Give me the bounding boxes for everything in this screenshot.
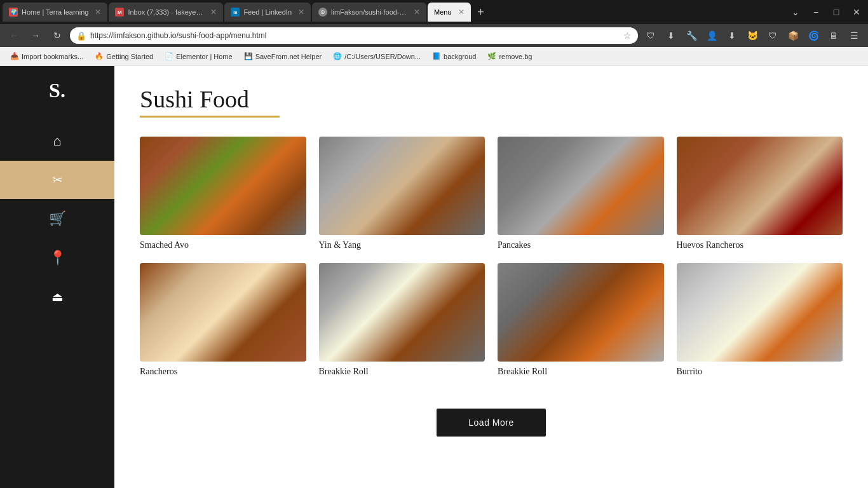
load-more-button[interactable]: Load More: [437, 409, 545, 437]
minimize-button[interactable]: −: [807, 3, 825, 21]
security-icon: 🔒: [76, 31, 86, 41]
bookmarks-bar: 📥 Import bookmarks... 🔥 Getting Started …: [0, 47, 868, 66]
bookmark-getting-started[interactable]: 🔥 Getting Started: [90, 49, 158, 64]
food-name-8: Burrito: [677, 367, 843, 377]
sidebar-logo: S.: [49, 79, 65, 102]
menu-icon: ✂: [52, 172, 63, 187]
bookmark-removebg-icon: 🌿: [487, 52, 496, 60]
food-image-5: [140, 263, 306, 362]
bookmark-background[interactable]: 📘 backgroud: [427, 49, 481, 64]
sidebar: S. ⌂ ✂ 🛒 📍 ⏏: [0, 66, 114, 488]
food-image-6: [319, 263, 485, 362]
bookmark-fire-icon: 🔥: [95, 52, 104, 60]
bookmark-downloads-icon: 🌐: [333, 52, 342, 60]
food-item-4[interactable]: Huevos Rancheros: [677, 137, 843, 250]
tab-close-home[interactable]: ✕: [95, 8, 101, 17]
addon5-button[interactable]: 🌀: [804, 27, 822, 44]
download-button[interactable]: ⬇: [662, 27, 680, 44]
food-item-3[interactable]: Pancakes: [498, 137, 664, 250]
addon6-button[interactable]: 🖥: [825, 27, 843, 44]
food-image-8: [677, 263, 843, 362]
food-item-1[interactable]: Smached Avo: [140, 137, 306, 250]
refresh-button[interactable]: ↻: [48, 27, 66, 44]
food-item-7[interactable]: Breakkie Roll: [498, 263, 664, 377]
title-underline: [140, 116, 280, 118]
food-item-8[interactable]: Burrito: [677, 263, 843, 377]
food-image-1: [140, 137, 306, 235]
tab-linkedin[interactable]: in Feed | LinkedIn ✕: [224, 3, 311, 22]
forward-button[interactable]: →: [27, 27, 44, 44]
addon2-button[interactable]: 🐱: [743, 27, 761, 44]
addon4-button[interactable]: 📦: [784, 27, 802, 44]
bookmark-removebg[interactable]: 🌿 remove.bg: [482, 49, 537, 64]
extensions-button[interactable]: 🛡: [642, 27, 660, 44]
bookmark-star-icon[interactable]: ☆: [623, 30, 632, 41]
sidebar-item-location[interactable]: 📍: [0, 238, 114, 278]
sidebar-item-home[interactable]: ⌂: [0, 121, 114, 161]
food-name-2: Yin & Yang: [319, 240, 485, 250]
food-image-4: [677, 137, 843, 235]
url-text: https://limfakson.github.io/sushi-food-a…: [90, 31, 620, 40]
food-item-2[interactable]: Yin & Yang: [319, 137, 485, 250]
bookmark-elementor[interactable]: 📄 Elementor | Home: [159, 49, 237, 64]
bookmark-background-icon: 📘: [432, 52, 441, 60]
tab-actions: ⌄ − □ ✕: [787, 3, 865, 21]
food-name-6: Breakkie Roll: [319, 367, 485, 377]
food-name-5: Rancheros: [140, 367, 306, 377]
tab-home[interactable]: 🌍 Home | Terra learning ✕: [3, 3, 107, 22]
food-name-1: Smached Avo: [140, 240, 306, 250]
food-image-3: [498, 137, 664, 235]
tab-menu[interactable]: Menu ✕: [428, 3, 471, 22]
tab-list-button[interactable]: ⌄: [787, 3, 804, 21]
location-icon: 📍: [49, 250, 66, 266]
food-name-7: Breakkie Roll: [498, 367, 664, 377]
food-item-6[interactable]: Breakkie Roll: [319, 263, 485, 377]
sidebar-item-cart[interactable]: 🛒: [0, 199, 114, 238]
tab-github[interactable]: ⊙ limFakson/sushi-food-app ✕: [312, 3, 426, 22]
logout-icon: ⏏: [51, 289, 64, 304]
food-grid: Smached Avo Yin & Yang Pancakes Huevos R…: [140, 137, 843, 377]
load-more-container: Load More: [140, 396, 843, 449]
profile-button[interactable]: 👤: [703, 27, 721, 44]
maximize-button[interactable]: □: [827, 3, 845, 21]
bookmark-savefrom[interactable]: 💾 SaveFrom.net Helper: [239, 49, 327, 64]
tab-close-inbox[interactable]: ✕: [210, 8, 217, 17]
sidebar-item-logout[interactable]: ⏏: [0, 278, 114, 316]
bookmark-elementor-icon: 📄: [165, 52, 173, 60]
nav-bar: ← → ↻ 🔒 https://limfakson.github.io/sush…: [0, 24, 868, 47]
page-title: Sushi Food: [140, 85, 843, 113]
food-name-3: Pancakes: [498, 240, 664, 250]
food-name-4: Huevos Rancheros: [677, 240, 843, 250]
sidebar-item-menu[interactable]: ✂: [0, 161, 114, 199]
address-bar[interactable]: 🔒 https://limfakson.github.io/sushi-food…: [70, 27, 638, 44]
content-area: Sushi Food Smached Avo Yin & Yang Pancak…: [114, 66, 868, 488]
main-layout: S. ⌂ ✂ 🛒 📍 ⏏ Sushi Food Sma: [0, 66, 868, 488]
tab-close-menu[interactable]: ✕: [458, 8, 465, 17]
settings-button[interactable]: 🔧: [682, 27, 700, 44]
sidebar-nav: ⌂ ✂ 🛒 📍 ⏏: [0, 121, 114, 316]
addon1-button[interactable]: ⬇: [723, 27, 741, 44]
tab-inbox[interactable]: M Inbox (7,333) - fakeyejoshua20... ✕: [109, 3, 223, 22]
addon3-button[interactable]: 🛡: [764, 27, 782, 44]
back-button[interactable]: ←: [5, 27, 23, 44]
browser-chrome: 🌍 Home | Terra learning ✕ M Inbox (7,333…: [0, 0, 868, 66]
cart-icon: 🛒: [49, 210, 66, 227]
food-item-5[interactable]: Rancheros: [140, 263, 306, 377]
bookmark-import[interactable]: 📥 Import bookmarks...: [5, 49, 88, 64]
menu-button[interactable]: ☰: [845, 27, 863, 44]
nav-right-buttons: 🛡 ⬇ 🔧 👤 ⬇ 🐱 🛡 📦 🌀 🖥 ☰: [642, 27, 863, 44]
food-image-2: [319, 137, 485, 235]
bookmark-import-icon: 📥: [10, 52, 19, 60]
close-window-button[interactable]: ✕: [848, 3, 865, 21]
tab-close-github[interactable]: ✕: [414, 8, 420, 17]
tab-bar: 🌍 Home | Terra learning ✕ M Inbox (7,333…: [0, 0, 868, 24]
tab-close-linkedin[interactable]: ✕: [298, 8, 304, 17]
food-image-7: [498, 263, 664, 362]
new-tab-button[interactable]: +: [472, 3, 490, 21]
home-icon: ⌂: [53, 133, 61, 149]
bookmark-savefrom-icon: 💾: [244, 52, 253, 60]
bookmark-downloads[interactable]: 🌐 /C:/Users/USER/Down...: [328, 49, 426, 64]
